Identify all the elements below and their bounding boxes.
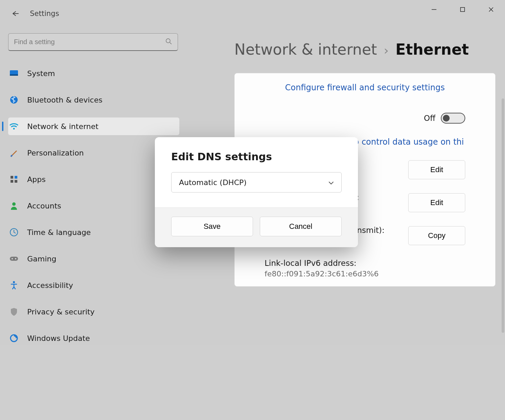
edit-dns-dialog: Edit DNS settings Automatic (DHCP) Save …: [155, 137, 358, 247]
clock-globe-icon: [9, 227, 19, 237]
svg-rect-11: [11, 180, 13, 183]
svg-rect-15: [10, 257, 18, 261]
svg-line-3: [170, 42, 172, 44]
minimize-icon: [431, 6, 437, 13]
svg-point-17: [15, 258, 16, 259]
save-button[interactable]: Save: [171, 217, 253, 236]
sidebar-item-label: Accessibility: [27, 281, 73, 290]
paintbrush-icon: [9, 148, 19, 158]
sidebar-item-personalization[interactable]: Personalization: [8, 144, 179, 162]
svg-point-13: [12, 202, 16, 206]
svg-point-18: [13, 281, 15, 283]
sidebar-item-label: Personalization: [27, 149, 84, 157]
scrollbar-thumb[interactable]: [502, 98, 504, 333]
apps-icon: [9, 174, 19, 184]
sidebar-item-label: Gaming: [27, 255, 56, 263]
wifi-icon: [9, 121, 19, 131]
breadcrumb-current: Ethernet: [395, 41, 469, 58]
svg-rect-10: [15, 176, 17, 179]
sidebar-item-time-language[interactable]: Time & language: [8, 223, 179, 241]
accessibility-icon: [9, 280, 19, 290]
svg-rect-1: [461, 7, 465, 12]
dns-mode-dropdown[interactable]: Automatic (DHCP): [171, 172, 342, 193]
close-button[interactable]: [481, 3, 501, 16]
bluetooth-icon: [9, 95, 19, 105]
breadcrumb-parent[interactable]: Network & internet: [234, 41, 377, 58]
person-icon: [9, 201, 19, 211]
update-icon: [9, 333, 19, 343]
sidebar-item-label: Network & internet: [27, 122, 98, 131]
sidebar-item-gaming[interactable]: Gaming: [8, 250, 179, 268]
sidebar-item-network[interactable]: Network & internet: [8, 117, 179, 135]
chevron-right-icon: ›: [384, 43, 389, 57]
minimize-button[interactable]: [424, 3, 444, 16]
ipv6-local-label: Link-local IPv6 address:: [265, 259, 379, 268]
sidebar-item-accessibility[interactable]: Accessibility: [8, 276, 179, 294]
sidebar-item-label: Windows Update: [27, 334, 90, 343]
svg-rect-9: [11, 176, 13, 179]
ipv6-local-value: fe80::f091:5a92:3c61:e6d3%6: [265, 270, 379, 278]
sidebar-item-label: System: [27, 69, 55, 78]
gamepad-icon: [9, 254, 19, 264]
sidebar-item-label: Bluetooth & devices: [27, 96, 103, 104]
display-icon: [9, 68, 19, 78]
data-usage-link[interactable]: lp control data usage on thi: [351, 137, 465, 147]
sidebar-item-bluetooth[interactable]: Bluetooth & devices: [8, 91, 179, 109]
toggle-knob: [443, 115, 450, 122]
svg-rect-5: [10, 74, 18, 76]
sidebar-item-windows-update[interactable]: Windows Update: [8, 329, 179, 347]
dns-assignment-edit-button[interactable]: Edit: [408, 193, 465, 212]
maximize-button[interactable]: [453, 3, 472, 16]
svg-point-2: [166, 39, 170, 43]
sidebar-item-label: Time & language: [27, 228, 91, 237]
dialog-title: Edit DNS settings: [171, 151, 342, 163]
shield-icon: [9, 307, 19, 317]
close-icon: [488, 7, 494, 12]
chevron-down-icon: [328, 179, 334, 186]
svg-point-16: [12, 258, 13, 259]
svg-point-6: [10, 96, 18, 104]
svg-rect-12: [15, 180, 17, 183]
cancel-button[interactable]: Cancel: [260, 217, 342, 236]
firewall-link[interactable]: Configure firewall and security settings: [265, 83, 465, 92]
sidebar-item-apps[interactable]: Apps: [8, 170, 179, 188]
svg-point-7: [13, 128, 15, 130]
link-speed-copy-button[interactable]: Copy: [408, 226, 465, 245]
metered-toggle-label: Off: [424, 114, 435, 123]
sidebar-item-label: Privacy & security: [27, 308, 95, 316]
sidebar-item-privacy[interactable]: Privacy & security: [8, 303, 179, 321]
sidebar-item-label: Accounts: [27, 202, 61, 210]
sidebar-item-system[interactable]: System: [8, 65, 179, 82]
breadcrumb: Network & internet › Ethernet: [183, 41, 505, 58]
sidebar-item-label: Apps: [27, 175, 46, 184]
maximize-icon: [460, 7, 465, 12]
sidebar-item-accounts[interactable]: Accounts: [8, 197, 179, 215]
nav: System Bluetooth & devices Network & int…: [8, 65, 179, 347]
ip-assignment-edit-button[interactable]: Edit: [408, 160, 465, 179]
search-icon: [165, 38, 172, 46]
metered-toggle[interactable]: [441, 113, 465, 124]
dropdown-value: Automatic (DHCP): [179, 178, 247, 187]
